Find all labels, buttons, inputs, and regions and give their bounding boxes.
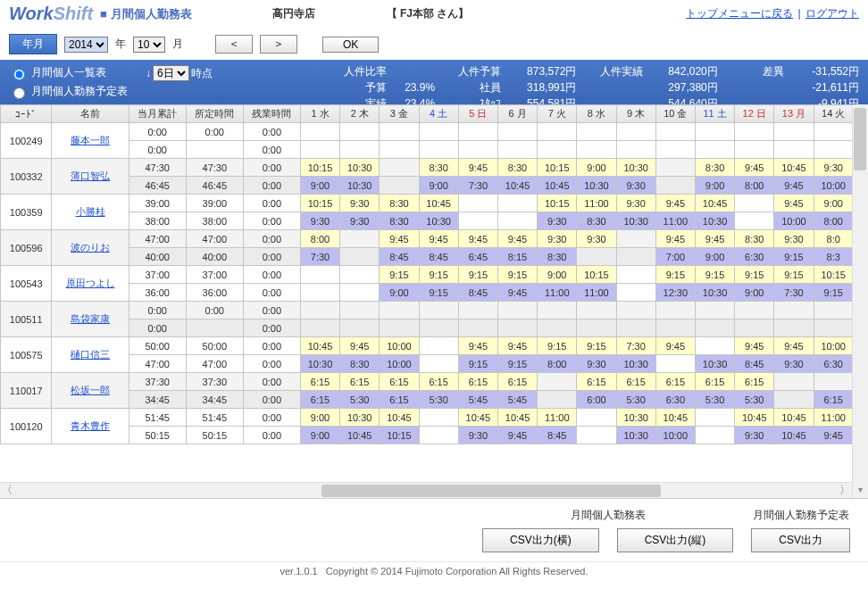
day-cell: 9:45 [497,284,537,302]
day-cell: 10:45 [655,409,695,427]
emp-link[interactable]: 青木豊作 [71,420,110,431]
month-select[interactable]: 10 [133,37,165,53]
day-cell: 8:45 [538,427,577,444]
sum-cell: 0:00 [243,391,300,409]
day-cell [419,319,458,337]
day-cell [538,319,577,337]
day-cell: 10:15 [538,159,577,177]
hscroll-thumb[interactable] [321,485,661,497]
day-select[interactable]: 6日 [153,65,189,81]
logout-link[interactable]: ログアウト [805,7,859,20]
col-day: 5 日 [458,105,497,123]
col-fixed: 所定時間 [186,105,243,123]
day-cell: 11:00 [655,212,695,230]
day-cell: 9:15 [458,355,497,373]
next-button[interactable]: ＞ [260,35,297,54]
day-cell: 6:15 [419,373,458,391]
csv-vertical-button[interactable]: CSV出力(縦) [617,528,734,552]
day-cell [380,159,419,177]
emp-name: 島袋家康 [52,302,129,337]
table-row: 0:000:00 [1,319,853,337]
hscroll-left-icon[interactable]: 〈 [2,483,13,498]
grid-scroll: ｺｰﾄﾞ名前当月累計所定時間残業時間1 水2 木3 金4 土5 日6 月7 火8… [0,104,868,499]
col-day: 13 月 [774,105,814,123]
table-row: 100596波のりお47:0047:000:008:009:459:459:45… [1,230,853,248]
radio-schedule[interactable]: 月間個人勤務予定表 [9,84,128,99]
ok-button[interactable]: OK [322,37,379,53]
day-cell: 10:00 [380,337,419,355]
day-cell [655,123,695,141]
day-cell: 9:00 [380,284,419,302]
vscrollbar[interactable]: ▾ [852,104,868,498]
day-cell [300,284,339,302]
day-cell: 10:45 [774,159,814,177]
col-day: 3 金 [380,105,419,123]
sum-cell: 0:00 [243,284,300,302]
sum-cell: 50:00 [186,337,243,355]
emp-link[interactable]: 小勝桂 [76,206,105,217]
day-cell: 5:45 [497,391,537,409]
day-cell: 8:45 [380,248,419,266]
emp-code: 100543 [1,266,52,302]
sum-cell: 0:00 [243,409,300,427]
emp-link[interactable]: 樋口信三 [71,349,110,360]
day-cell [735,212,774,230]
day-cell: 9:00 [814,195,852,212]
day-cell: 7:30 [458,177,497,195]
hscroll-right-icon[interactable]: 〉 [839,483,850,498]
day-cell [458,195,497,212]
day-cell: 6:30 [655,391,695,409]
radio-list[interactable]: 月間個人一覧表 [9,65,128,80]
vscroll-down-icon[interactable]: ▾ [852,482,868,498]
emp-link[interactable]: 薄口智弘 [71,170,110,181]
day-cell: 8:30 [340,355,380,373]
emp-link[interactable]: 原田つよし [66,278,115,288]
day-cell: 9:45 [655,230,695,248]
day-cell [577,319,616,337]
day-cell [577,123,616,141]
emp-link[interactable]: 松坂一郎 [71,385,110,395]
vscroll-thumb[interactable] [854,108,866,170]
day-cell: 9:15 [458,266,497,284]
day-cell: 9:15 [497,355,537,373]
day-cell: 9:30 [774,230,814,248]
day-cell [340,141,380,159]
emp-link[interactable]: 藤本一郎 [71,135,110,145]
day-cell: 6:45 [458,248,497,266]
ym-button[interactable]: 年月 [9,34,57,54]
day-cell [340,319,380,337]
day-cell: 6:15 [695,373,734,391]
top-menu-link[interactable]: トップメニューに戻る [686,7,793,20]
year-select[interactable]: 2014 [64,37,108,53]
day-cell: 10:30 [695,212,734,230]
emp-link[interactable]: 波のりお [71,242,110,253]
day-cell [655,141,695,159]
day-cell [616,302,655,319]
csv-horizontal-button[interactable]: CSV出力(横) [482,528,599,552]
prev-button[interactable]: ＜ [215,35,253,54]
schedule-table: ｺｰﾄﾞ名前当月累計所定時間残業時間1 水2 木3 金4 土5 日6 月7 火8… [0,104,852,444]
day-cell: 6:15 [497,373,537,391]
day-cell: 8:45 [458,284,497,302]
day-cell: 10:45 [497,409,537,427]
day-cell [774,391,814,409]
table-row: 100543原田つよし37:0037:000:009:159:159:159:1… [1,266,853,284]
day-cell [419,409,458,427]
day-cell: 9:00 [538,266,577,284]
csv-schedule-button[interactable]: CSV出力 [751,528,850,552]
sum-cell: 40:00 [129,248,186,266]
sum-cell: 51:45 [129,409,186,427]
sum-cell: 50:00 [129,337,186,355]
day-cell: 9:45 [695,230,734,248]
table-row: 100511島袋家康0:000:000:00 [1,302,853,319]
day-cell: 5:30 [695,391,734,409]
emp-link[interactable]: 島袋家康 [71,313,110,324]
day-cell [735,319,774,337]
day-cell: 8:30 [538,248,577,266]
hscrollbar[interactable]: 〈 〉 [0,482,852,498]
day-cell: 9:45 [497,337,537,355]
day-cell: 9:00 [300,427,339,444]
day-cell [774,302,814,319]
sum-cell: 39:00 [129,195,186,212]
day-cell: 6:15 [458,373,497,391]
